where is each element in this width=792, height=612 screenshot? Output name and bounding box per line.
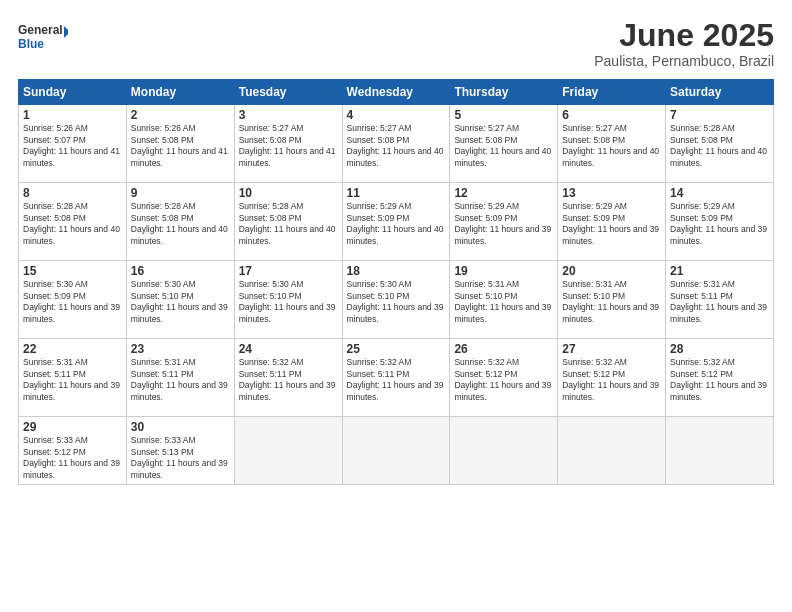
col-saturday: Saturday (666, 80, 774, 105)
calendar-cell (342, 417, 450, 485)
day-info: Sunrise: 5:27 AMSunset: 5:08 PMDaylight:… (454, 123, 553, 169)
calendar-cell: 28 Sunrise: 5:32 AMSunset: 5:12 PMDaylig… (666, 339, 774, 417)
calendar-week-row: 29 Sunrise: 5:33 AMSunset: 5:12 PMDaylig… (19, 417, 774, 485)
calendar-cell: 9 Sunrise: 5:28 AMSunset: 5:08 PMDayligh… (126, 183, 234, 261)
day-number: 3 (239, 108, 338, 122)
calendar-cell: 13 Sunrise: 5:29 AMSunset: 5:09 PMDaylig… (558, 183, 666, 261)
day-info: Sunrise: 5:30 AMSunset: 5:10 PMDaylight:… (239, 279, 338, 325)
calendar-cell: 15 Sunrise: 5:30 AMSunset: 5:09 PMDaylig… (19, 261, 127, 339)
col-sunday: Sunday (19, 80, 127, 105)
day-number: 24 (239, 342, 338, 356)
day-info: Sunrise: 5:31 AMSunset: 5:11 PMDaylight:… (131, 357, 230, 403)
day-number: 12 (454, 186, 553, 200)
day-number: 15 (23, 264, 122, 278)
calendar-cell (558, 417, 666, 485)
calendar-cell: 23 Sunrise: 5:31 AMSunset: 5:11 PMDaylig… (126, 339, 234, 417)
day-info: Sunrise: 5:32 AMSunset: 5:11 PMDaylight:… (239, 357, 338, 403)
calendar-cell (666, 417, 774, 485)
calendar-cell: 25 Sunrise: 5:32 AMSunset: 5:11 PMDaylig… (342, 339, 450, 417)
day-number: 14 (670, 186, 769, 200)
day-number: 30 (131, 420, 230, 434)
day-info: Sunrise: 5:27 AMSunset: 5:08 PMDaylight:… (347, 123, 446, 169)
day-number: 7 (670, 108, 769, 122)
day-info: Sunrise: 5:31 AMSunset: 5:11 PMDaylight:… (670, 279, 769, 325)
day-info: Sunrise: 5:28 AMSunset: 5:08 PMDaylight:… (239, 201, 338, 247)
calendar-table: Sunday Monday Tuesday Wednesday Thursday… (18, 79, 774, 485)
day-number: 27 (562, 342, 661, 356)
day-number: 26 (454, 342, 553, 356)
title-block: June 2025 Paulista, Pernambuco, Brazil (594, 18, 774, 69)
calendar-cell: 17 Sunrise: 5:30 AMSunset: 5:10 PMDaylig… (234, 261, 342, 339)
calendar-cell: 16 Sunrise: 5:30 AMSunset: 5:10 PMDaylig… (126, 261, 234, 339)
calendar-cell: 8 Sunrise: 5:28 AMSunset: 5:08 PMDayligh… (19, 183, 127, 261)
svg-text:Blue: Blue (18, 37, 44, 51)
day-info: Sunrise: 5:28 AMSunset: 5:08 PMDaylight:… (131, 201, 230, 247)
calendar-cell: 19 Sunrise: 5:31 AMSunset: 5:10 PMDaylig… (450, 261, 558, 339)
header: General Blue June 2025 Paulista, Pernamb… (18, 18, 774, 69)
day-number: 10 (239, 186, 338, 200)
col-friday: Friday (558, 80, 666, 105)
day-number: 9 (131, 186, 230, 200)
day-info: Sunrise: 5:31 AMSunset: 5:10 PMDaylight:… (454, 279, 553, 325)
calendar-cell: 24 Sunrise: 5:32 AMSunset: 5:11 PMDaylig… (234, 339, 342, 417)
day-number: 25 (347, 342, 446, 356)
calendar-cell: 5 Sunrise: 5:27 AMSunset: 5:08 PMDayligh… (450, 105, 558, 183)
day-info: Sunrise: 5:30 AMSunset: 5:10 PMDaylight:… (131, 279, 230, 325)
day-info: Sunrise: 5:30 AMSunset: 5:09 PMDaylight:… (23, 279, 122, 325)
calendar-subtitle: Paulista, Pernambuco, Brazil (594, 53, 774, 69)
day-info: Sunrise: 5:31 AMSunset: 5:11 PMDaylight:… (23, 357, 122, 403)
day-info: Sunrise: 5:29 AMSunset: 5:09 PMDaylight:… (562, 201, 661, 247)
day-number: 21 (670, 264, 769, 278)
calendar-week-row: 15 Sunrise: 5:30 AMSunset: 5:09 PMDaylig… (19, 261, 774, 339)
calendar-cell: 6 Sunrise: 5:27 AMSunset: 5:08 PMDayligh… (558, 105, 666, 183)
calendar-cell: 29 Sunrise: 5:33 AMSunset: 5:12 PMDaylig… (19, 417, 127, 485)
calendar-cell: 30 Sunrise: 5:33 AMSunset: 5:13 PMDaylig… (126, 417, 234, 485)
day-number: 6 (562, 108, 661, 122)
page: General Blue June 2025 Paulista, Pernamb… (0, 0, 792, 612)
day-number: 16 (131, 264, 230, 278)
svg-text:General: General (18, 23, 63, 37)
day-number: 17 (239, 264, 338, 278)
day-info: Sunrise: 5:32 AMSunset: 5:12 PMDaylight:… (562, 357, 661, 403)
day-info: Sunrise: 5:29 AMSunset: 5:09 PMDaylight:… (670, 201, 769, 247)
day-info: Sunrise: 5:32 AMSunset: 5:12 PMDaylight:… (454, 357, 553, 403)
calendar-cell (234, 417, 342, 485)
calendar-cell: 20 Sunrise: 5:31 AMSunset: 5:10 PMDaylig… (558, 261, 666, 339)
calendar-cell: 14 Sunrise: 5:29 AMSunset: 5:09 PMDaylig… (666, 183, 774, 261)
calendar-cell: 4 Sunrise: 5:27 AMSunset: 5:08 PMDayligh… (342, 105, 450, 183)
logo: General Blue (18, 18, 68, 54)
calendar-cell: 10 Sunrise: 5:28 AMSunset: 5:08 PMDaylig… (234, 183, 342, 261)
col-thursday: Thursday (450, 80, 558, 105)
day-number: 4 (347, 108, 446, 122)
calendar-cell: 12 Sunrise: 5:29 AMSunset: 5:09 PMDaylig… (450, 183, 558, 261)
day-info: Sunrise: 5:29 AMSunset: 5:09 PMDaylight:… (347, 201, 446, 247)
calendar-week-row: 1 Sunrise: 5:26 AMSunset: 5:07 PMDayligh… (19, 105, 774, 183)
calendar-header-row: Sunday Monday Tuesday Wednesday Thursday… (19, 80, 774, 105)
day-info: Sunrise: 5:27 AMSunset: 5:08 PMDaylight:… (562, 123, 661, 169)
day-info: Sunrise: 5:28 AMSunset: 5:08 PMDaylight:… (23, 201, 122, 247)
day-number: 23 (131, 342, 230, 356)
day-number: 28 (670, 342, 769, 356)
day-info: Sunrise: 5:30 AMSunset: 5:10 PMDaylight:… (347, 279, 446, 325)
col-tuesday: Tuesday (234, 80, 342, 105)
day-info: Sunrise: 5:26 AMSunset: 5:07 PMDaylight:… (23, 123, 122, 169)
day-number: 29 (23, 420, 122, 434)
day-number: 2 (131, 108, 230, 122)
day-info: Sunrise: 5:29 AMSunset: 5:09 PMDaylight:… (454, 201, 553, 247)
logo-svg: General Blue (18, 18, 68, 54)
col-monday: Monday (126, 80, 234, 105)
day-info: Sunrise: 5:32 AMSunset: 5:12 PMDaylight:… (670, 357, 769, 403)
day-number: 20 (562, 264, 661, 278)
col-wednesday: Wednesday (342, 80, 450, 105)
calendar-cell: 22 Sunrise: 5:31 AMSunset: 5:11 PMDaylig… (19, 339, 127, 417)
day-number: 18 (347, 264, 446, 278)
calendar-cell: 21 Sunrise: 5:31 AMSunset: 5:11 PMDaylig… (666, 261, 774, 339)
calendar-cell: 27 Sunrise: 5:32 AMSunset: 5:12 PMDaylig… (558, 339, 666, 417)
calendar-cell: 18 Sunrise: 5:30 AMSunset: 5:10 PMDaylig… (342, 261, 450, 339)
calendar-cell: 1 Sunrise: 5:26 AMSunset: 5:07 PMDayligh… (19, 105, 127, 183)
day-info: Sunrise: 5:33 AMSunset: 5:12 PMDaylight:… (23, 435, 122, 481)
day-number: 19 (454, 264, 553, 278)
day-info: Sunrise: 5:33 AMSunset: 5:13 PMDaylight:… (131, 435, 230, 481)
calendar-title: June 2025 (594, 18, 774, 53)
day-info: Sunrise: 5:31 AMSunset: 5:10 PMDaylight:… (562, 279, 661, 325)
